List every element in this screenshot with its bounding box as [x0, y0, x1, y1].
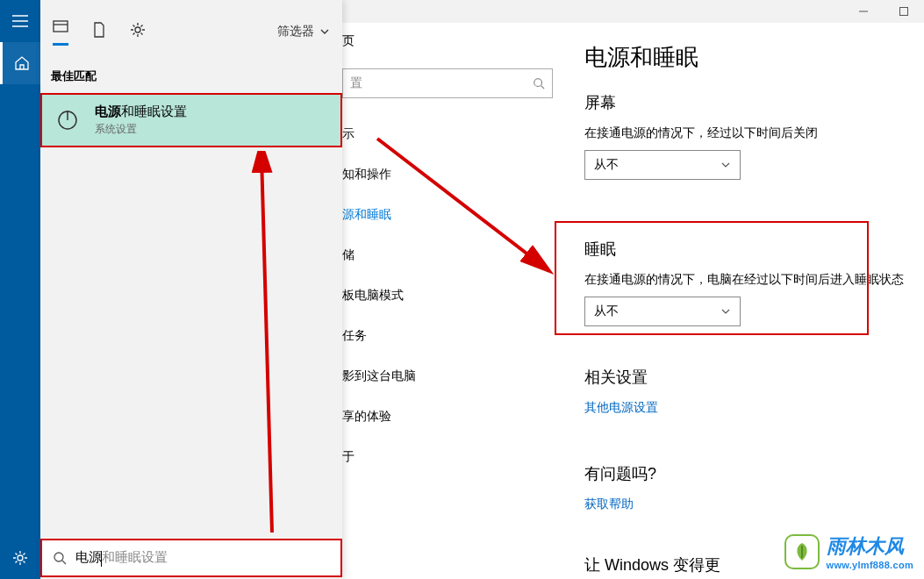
search-icon — [533, 77, 545, 89]
nav-display[interactable]: 示 — [342, 114, 404, 154]
search-icon — [53, 551, 67, 565]
related-section: 相关设置 其他电源设置 — [584, 354, 658, 416]
best-match-header: 最佳匹配 — [40, 63, 342, 89]
screen-label: 在接通电源的情况下，经过以下时间后关闭 — [584, 125, 924, 141]
watermark-leaf-icon — [784, 534, 820, 569]
result-text: 电源和睡眠设置 系统设置 — [95, 104, 187, 137]
dropdown-value: 从不 — [594, 157, 619, 173]
nav-home[interactable]: 页 — [342, 23, 404, 60]
other-power-settings-link[interactable]: 其他电源设置 — [584, 400, 658, 416]
nav-tablet-mode[interactable]: 板电脑模式 — [342, 275, 404, 316]
search-filter[interactable]: 筛选器 — [277, 24, 330, 39]
nav-power-sleep[interactable]: 源和睡眠 — [342, 195, 404, 235]
svg-point-5 — [135, 27, 140, 32]
watermark-url: www.ylmf888.com — [827, 560, 913, 570]
filter-label: 筛选器 — [277, 24, 314, 39]
annotation-highlight-sleep — [555, 221, 869, 335]
nav-multitasking[interactable]: 任务 — [342, 316, 404, 356]
window-controls — [843, 0, 924, 23]
taskbar-sidebar — [0, 0, 40, 579]
screen-timeout-dropdown[interactable]: 从不 — [584, 150, 741, 180]
settings-nav-fragment: 页 置 示 知和操作 源和睡眠 储 板电脑模式 任务 影到这台电脑 享的体验 于 — [342, 23, 404, 579]
search-result-power-sleep[interactable]: 电源和睡眠设置 系统设置 — [40, 93, 342, 147]
nav-shared[interactable]: 享的体验 — [342, 397, 404, 437]
search-tabs: 筛选器 — [40, 0, 342, 63]
nav-about[interactable]: 于 — [342, 437, 404, 477]
minimize-button[interactable] — [843, 0, 884, 23]
settings-gear-icon[interactable] — [0, 537, 40, 579]
nav-notifications[interactable]: 知和操作 — [342, 154, 404, 195]
maximize-button[interactable] — [884, 0, 924, 23]
hamburger-icon[interactable] — [0, 0, 40, 42]
chevron-down-icon — [319, 26, 330, 37]
help-section: 有问题吗? 获取帮助 — [584, 451, 656, 512]
improve-heading: 让 Windows 变得更 — [584, 554, 720, 575]
get-help-link[interactable]: 获取帮助 — [584, 497, 656, 512]
svg-rect-3 — [54, 21, 68, 32]
search-input-text: 电源和睡眠设置 — [75, 549, 168, 566]
tab-documents-icon[interactable] — [91, 22, 107, 41]
watermark: 雨林木风 www.ylmf888.com — [779, 533, 919, 570]
result-subtitle: 系统设置 — [95, 122, 187, 137]
watermark-cn: 雨林木风 — [827, 533, 913, 560]
main-content: 电源和睡眠 屏幕 在接通电源的情况下，经过以下时间后关闭 从不 — [584, 42, 924, 180]
home-icon[interactable] — [0, 42, 40, 84]
svg-point-8 — [54, 553, 63, 561]
related-heading: 相关设置 — [584, 367, 658, 388]
svg-line-9 — [62, 561, 66, 564]
settings-search-fragment[interactable]: 置 — [342, 68, 553, 98]
page-title: 电源和睡眠 — [584, 42, 924, 73]
screen-heading: 屏幕 — [584, 92, 924, 113]
search-input[interactable]: 电源和睡眠设置 — [40, 539, 342, 577]
nav-projecting[interactable]: 影到这台电脑 — [342, 356, 404, 397]
chevron-down-icon — [720, 160, 731, 170]
svg-line-11 — [541, 86, 545, 89]
power-icon — [53, 105, 82, 135]
tab-settings-icon[interactable] — [130, 22, 146, 41]
search-box-wrap: 电源和睡眠设置 — [40, 539, 342, 577]
svg-point-2 — [18, 555, 23, 561]
search-panel: 筛选器 最佳匹配 电源和睡眠设置 系统设置 电源和睡眠设置 — [40, 0, 342, 579]
improve-section: 让 Windows 变得更 — [584, 542, 720, 579]
watermark-text: 雨林木风 www.ylmf888.com — [827, 533, 913, 570]
nav-storage[interactable]: 储 — [342, 235, 404, 275]
help-heading: 有问题吗? — [584, 463, 656, 484]
tab-recent-icon[interactable] — [53, 18, 68, 46]
result-title: 电源和睡眠设置 — [95, 104, 187, 120]
svg-point-10 — [534, 79, 542, 87]
svg-rect-1 — [900, 8, 908, 16]
